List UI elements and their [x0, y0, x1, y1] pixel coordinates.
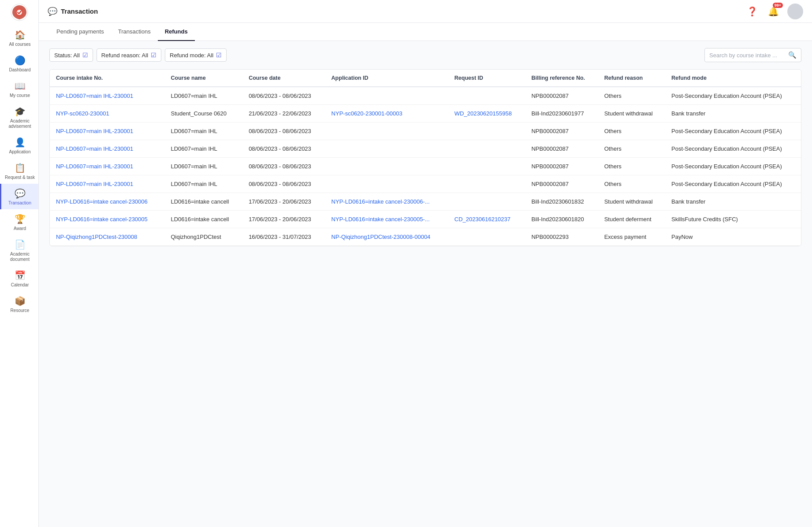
course-intake-no-link[interactable]: NP-LD0607=main IHL-230001	[56, 128, 133, 134]
refunds-table: Course intake No.Course nameCourse dateA…	[50, 70, 801, 246]
application-id[interactable]: NP-Qiqizhong1PDCtest-230008-00004	[325, 228, 448, 246]
course-name: LD0607=main IHL	[164, 122, 242, 140]
refund-mode: Post-Secondary Education Account (PSEA)	[665, 87, 801, 105]
refund-reason: Others	[598, 87, 665, 105]
course-intake-no-link[interactable]: NP-LD0607=main IHL-230001	[56, 93, 133, 99]
course-intake-no[interactable]: NYP-LD0616=intake cancel-230006	[50, 193, 164, 211]
table-row: NP-LD0607=main IHL-230001LD0607=main IHL…	[50, 87, 801, 105]
application-id-link[interactable]: NYP-sc0620-230001-00003	[332, 110, 402, 117]
refund-reason: Others	[598, 158, 665, 175]
tab-refunds[interactable]: Refunds	[158, 23, 195, 41]
refund-mode: Post-Secondary Education Account (PSEA)	[665, 158, 801, 175]
sidebar-item-my-course[interactable]: 📖 My course	[0, 76, 38, 102]
refund-reason: Excess payment	[598, 228, 665, 246]
course-intake-no-link[interactable]: NP-Qiqizhong1PDCtest-230008	[56, 234, 137, 240]
topbar-actions: ❓ 🔔 99+	[745, 4, 803, 19]
notifications-button[interactable]: 🔔 99+	[766, 4, 780, 19]
application-id[interactable]: NYP-LD0616=intake cancel-230005-...	[325, 211, 448, 228]
refund-reason: Others	[598, 175, 665, 193]
sidebar-item-transaction[interactable]: 💬 Transaction	[0, 184, 38, 209]
request-id-link[interactable]: CD_20230616210237	[454, 216, 510, 223]
refund-mode-filter-icon: ☑	[216, 52, 222, 59]
billing-ref: NPB00002087	[525, 175, 598, 193]
refund-reason-filter-label: Refund reason: All	[101, 52, 148, 59]
billing-ref: NPB00002293	[525, 228, 598, 246]
billing-ref: NPB00002087	[525, 158, 598, 175]
help-button[interactable]: ❓	[745, 4, 759, 19]
course-intake-no-link[interactable]: NYP-LD0616=intake cancel-230005	[56, 216, 148, 223]
table-row: NP-LD0607=main IHL-230001LD0607=main IHL…	[50, 122, 801, 140]
request-id	[448, 122, 525, 140]
request-id[interactable]: CD_20230616210237	[448, 211, 525, 228]
sidebar-item-dashboard[interactable]: 🔵 Dashboard	[0, 51, 38, 76]
course-date: 08/06/2023 - 08/06/2023	[242, 158, 325, 175]
request-id	[448, 193, 525, 211]
course-intake-no-link[interactable]: NP-LD0607=main IHL-230001	[56, 181, 133, 187]
billing-ref: Bill-Ind20230601832	[525, 193, 598, 211]
course-intake-no-link[interactable]: NP-LD0607=main IHL-230001	[56, 163, 133, 170]
tabs-container: Pending paymentsTransactionsRefunds	[39, 23, 812, 41]
tab-pending-payments[interactable]: Pending payments	[49, 23, 111, 41]
course-intake-no[interactable]: NYP-LD0616=intake cancel-230005	[50, 211, 164, 228]
course-intake-no[interactable]: NYP-sc0620-230001	[50, 105, 164, 122]
sidebar-label-resource: Resource	[11, 308, 30, 313]
refund-reason: Others	[598, 122, 665, 140]
main-content: 💬 Transaction ❓ 🔔 99+ Pending paymentsTr…	[39, 0, 812, 527]
content-area: Pending paymentsTransactionsRefunds Stat…	[39, 23, 812, 527]
status-filter-icon: ☑	[82, 52, 88, 59]
request-id	[448, 228, 525, 246]
course-intake-no[interactable]: NP-LD0607=main IHL-230001	[50, 175, 164, 193]
sidebar-item-academic-advisement[interactable]: 🎓 Academic advisement	[0, 102, 38, 133]
course-intake-no[interactable]: NP-LD0607=main IHL-230001	[50, 140, 164, 158]
course-intake-no[interactable]: NP-LD0607=main IHL-230001	[50, 122, 164, 140]
sidebar-item-request-task[interactable]: 📋 Request & task	[0, 158, 38, 184]
search-input[interactable]	[709, 52, 786, 59]
table-row: NYP-LD0616=intake cancel-230005LD0616=in…	[50, 211, 801, 228]
request-id	[448, 140, 525, 158]
course-intake-no[interactable]: NP-Qiqizhong1PDCtest-230008	[50, 228, 164, 246]
table-row: NP-LD0607=main IHL-230001LD0607=main IHL…	[50, 158, 801, 175]
refund-mode-filter[interactable]: Refund mode: All ☑	[165, 48, 227, 62]
request-id	[448, 158, 525, 175]
page-title: Transaction	[61, 7, 98, 15]
status-filter-label: Status: All	[54, 52, 80, 59]
search-box[interactable]: 🔍	[704, 48, 801, 62]
course-intake-no-link[interactable]: NYP-LD0616=intake cancel-230006	[56, 198, 148, 205]
notification-badge: 99+	[773, 3, 783, 8]
application-id-link[interactable]: NP-Qiqizhong1PDCtest-230008-00004	[332, 234, 431, 240]
course-intake-no-link[interactable]: NYP-sc0620-230001	[56, 110, 109, 117]
app-logo[interactable]	[11, 4, 28, 22]
application-id[interactable]: NYP-sc0620-230001-00003	[325, 105, 448, 122]
table-column-header: Refund mode	[665, 70, 801, 87]
sidebar-label-calendar: Calendar	[11, 282, 29, 288]
request-id	[448, 87, 525, 105]
table-row: NYP-sc0620-230001Student_Course 062021/0…	[50, 105, 801, 122]
course-date: 16/06/2023 - 31/07/2023	[242, 228, 325, 246]
sidebar-item-academic-document[interactable]: 📄 Academic document	[0, 235, 38, 266]
course-name: LD0607=main IHL	[164, 87, 242, 105]
billing-ref: NPB00002087	[525, 122, 598, 140]
application-id-link[interactable]: NYP-LD0616=intake cancel-230005-...	[332, 216, 430, 223]
sidebar-item-resource[interactable]: 📦 Resource	[0, 291, 38, 317]
sidebar-item-application[interactable]: 👤 Application	[0, 133, 38, 158]
tab-transactions[interactable]: Transactions	[111, 23, 158, 41]
refund-mode: Bank transfer	[665, 105, 801, 122]
application-id[interactable]: NYP-LD0616=intake cancel-230006-...	[325, 193, 448, 211]
request-id-link[interactable]: WD_20230620155958	[454, 110, 512, 117]
status-filter[interactable]: Status: All ☑	[49, 48, 93, 62]
course-name: LD0607=main IHL	[164, 158, 242, 175]
course-date: 08/06/2023 - 08/06/2023	[242, 175, 325, 193]
application-id-link[interactable]: NYP-LD0616=intake cancel-230006-...	[332, 198, 430, 205]
request-id[interactable]: WD_20230620155958	[448, 105, 525, 122]
user-avatar[interactable]	[787, 4, 803, 19]
sidebar-item-calendar[interactable]: 📅 Calendar	[0, 266, 38, 291]
course-intake-no[interactable]: NP-LD0607=main IHL-230001	[50, 87, 164, 105]
refund-reason-filter[interactable]: Refund reason: All ☑	[97, 48, 161, 62]
refund-mode: Bank transfer	[665, 193, 801, 211]
sidebar-icon-resource: 📦	[15, 296, 26, 306]
course-intake-no[interactable]: NP-LD0607=main IHL-230001	[50, 158, 164, 175]
sidebar-item-all-courses[interactable]: 🏠 All courses	[0, 25, 38, 51]
topbar-chat-icon: 💬	[48, 7, 57, 16]
course-intake-no-link[interactable]: NP-LD0607=main IHL-230001	[56, 145, 133, 152]
sidebar-item-award[interactable]: 🏆 Award	[0, 209, 38, 235]
